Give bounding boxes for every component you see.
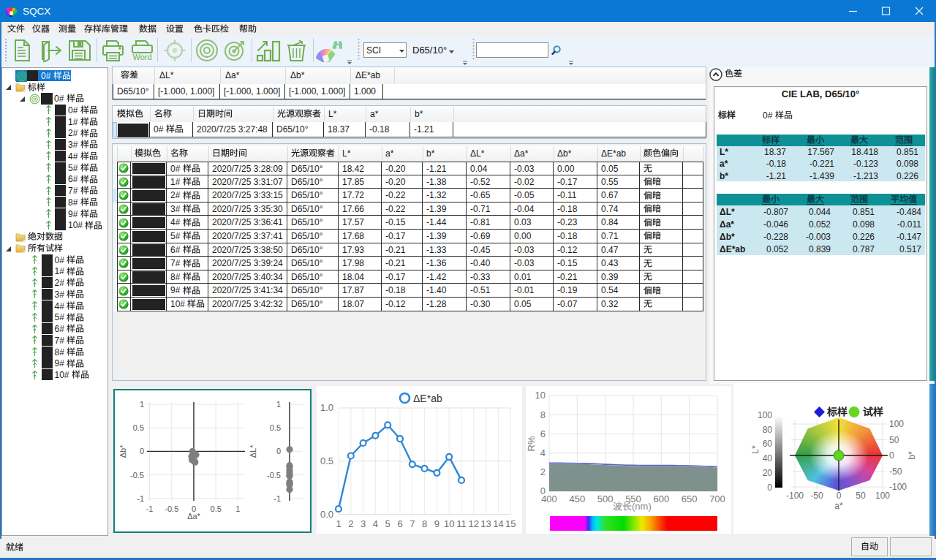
svg-text:8: 8	[422, 518, 427, 529]
svg-text:7: 7	[410, 518, 415, 529]
svg-text:ΔL*: ΔL*	[249, 444, 257, 458]
svg-text:1.0: 1.0	[320, 402, 333, 413]
svg-text:2: 2	[540, 466, 546, 477]
svg-text:-100: -100	[889, 482, 907, 492]
svg-text:500: 500	[597, 493, 614, 504]
svg-text:-0.5: -0.5	[267, 471, 281, 480]
svg-text:100: 100	[889, 419, 904, 429]
svg-text:40: 40	[763, 453, 773, 463]
svg-text:Δa*: Δa*	[187, 512, 200, 521]
svg-text:450: 450	[569, 493, 585, 504]
svg-text:R%: R%	[526, 436, 537, 451]
svg-text:L*: L*	[750, 445, 760, 454]
svg-text:0: 0	[140, 447, 144, 455]
svg-text:0: 0	[767, 483, 772, 493]
svg-text:4: 4	[373, 518, 378, 529]
svg-text:12: 12	[469, 518, 479, 529]
svg-text:60: 60	[763, 439, 773, 449]
svg-text:6: 6	[540, 428, 546, 439]
svg-text:50: 50	[856, 491, 866, 501]
svg-text:0: 0	[837, 491, 842, 501]
svg-text:20: 20	[763, 468, 773, 478]
svg-text:0.5: 0.5	[320, 455, 333, 466]
svg-text:1: 1	[140, 400, 144, 409]
svg-text:0.0: 0.0	[320, 509, 333, 520]
svg-text:6: 6	[397, 518, 402, 529]
svg-text:0: 0	[276, 447, 281, 455]
svg-text:600: 600	[653, 493, 669, 504]
svg-text:Δb*: Δb*	[118, 444, 127, 458]
svg-text:b*: b*	[907, 451, 917, 460]
svg-text:10: 10	[535, 390, 546, 401]
svg-text:100: 100	[758, 410, 772, 420]
svg-text:-100: -100	[786, 491, 804, 501]
svg-text:a*: a*	[834, 501, 843, 511]
svg-text:1: 1	[336, 518, 341, 529]
svg-text:5: 5	[385, 518, 390, 529]
svg-text:-1: -1	[146, 504, 154, 513]
svg-text:2: 2	[348, 518, 353, 529]
svg-text:-50: -50	[889, 466, 902, 477]
svg-text:ΔE*ab: ΔE*ab	[413, 393, 442, 404]
svg-text:0.5: 0.5	[133, 423, 144, 432]
svg-text:1: 1	[235, 504, 240, 513]
svg-text:3: 3	[361, 518, 366, 529]
svg-text:4: 4	[540, 447, 546, 458]
svg-text:11: 11	[456, 518, 467, 529]
svg-text:14: 14	[493, 518, 503, 529]
svg-text:400: 400	[541, 493, 557, 504]
svg-text:80: 80	[763, 425, 773, 435]
svg-text:-0.5: -0.5	[130, 471, 144, 480]
svg-text:-50: -50	[810, 491, 823, 501]
svg-text:100: 100	[875, 491, 890, 501]
svg-text:700: 700	[709, 493, 725, 504]
svg-text:-1: -1	[137, 494, 144, 503]
svg-text:-0.5: -0.5	[165, 504, 178, 513]
svg-text:15: 15	[505, 518, 516, 529]
svg-text:650: 650	[682, 493, 698, 504]
svg-text:8: 8	[540, 409, 546, 420]
svg-text:0.5: 0.5	[211, 504, 222, 513]
svg-text:0: 0	[889, 450, 894, 461]
svg-text:-1: -1	[273, 494, 281, 503]
svg-text:1: 1	[276, 400, 281, 409]
svg-text:0.5: 0.5	[270, 423, 281, 432]
svg-text:10: 10	[444, 518, 454, 529]
svg-text:50: 50	[889, 435, 899, 445]
svg-text:Word: Word	[132, 53, 151, 61]
svg-text:9: 9	[434, 518, 439, 529]
svg-text:13: 13	[480, 518, 491, 529]
